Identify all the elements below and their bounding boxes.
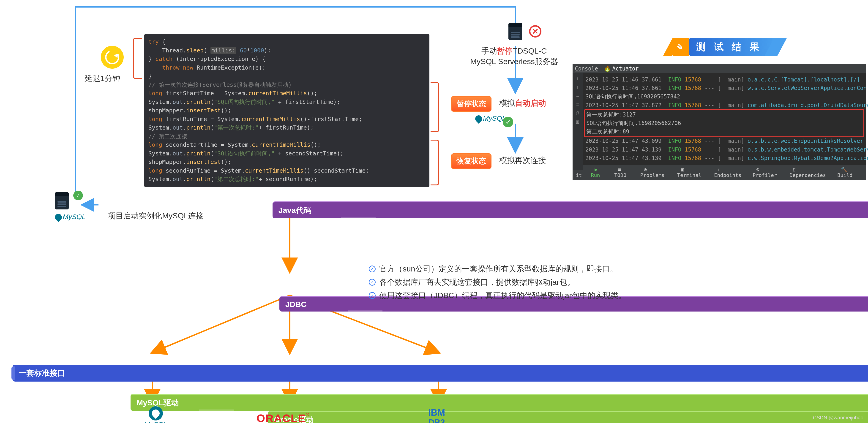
svg-line-4: [152, 295, 290, 353]
tool-problems[interactable]: ⊘ Problems: [640, 167, 671, 178]
manual-pause-text: 手动暂停TDSQL-C MySQL Serverless服务器: [465, 46, 563, 67]
tool-run[interactable]: ▶ Run: [591, 167, 608, 178]
soft-wrap-icon[interactable]: ≡: [576, 93, 579, 98]
console-gutter: ↑ ↓ ≡ ≣ ⎙ 🗑: [572, 73, 583, 170]
ide-console: Console Actuator ↑ ↓ ≡ ≣ ⎙ 🗑 2023-10-25 …: [572, 64, 866, 180]
delay-label: 延迟1分钟: [85, 73, 120, 84]
java-code-node: Java代码: [273, 201, 868, 218]
standard-interface-tag: 一套标准接口: [12, 365, 868, 382]
tool-build[interactable]: 🔨 Build: [837, 167, 863, 178]
check-icon: ✓: [73, 191, 83, 200]
console-output: 2023-10-25 11:46:37.661 INFO 15768 --- […: [583, 73, 866, 165]
brace-left: [133, 38, 142, 79]
check-icon: ✓: [503, 117, 513, 127]
brace-pause: [431, 82, 439, 132]
tool-terminal[interactable]: ▣ Terminal: [677, 167, 708, 178]
check-icon: ✓: [369, 279, 376, 286]
list-item: ✓使用这套接口（JDBC）编程，真正执行的代码是驱动jar包中的实现类。: [369, 290, 626, 301]
sim-reconnect: 模拟再次连接: [499, 155, 546, 166]
oracle-vendor-logo: ORACLE®: [256, 412, 309, 423]
oracle-driver-node: Oracle驱动: [268, 411, 868, 423]
resume-state-pill: 恢复状态: [451, 153, 492, 169]
timer-icon: [101, 46, 124, 69]
console-tabs: Console Actuator: [572, 64, 866, 73]
close-icon: ✕: [529, 25, 541, 37]
test-result-banner: ✎测 试 结 果: [689, 38, 776, 56]
mysql-driver-node: MySQL驱动: [130, 394, 868, 411]
tab-console[interactable]: Console: [575, 65, 598, 72]
scroll-icon[interactable]: ≣: [576, 102, 579, 107]
check-icon: ✓: [369, 265, 376, 272]
brace-resume: [431, 140, 439, 186]
print-icon[interactable]: ⎙: [576, 110, 579, 116]
console-bottom-toolbar: it ▶ Run ≡ TODO ⊘ Problems ▣ Terminal ⟟ …: [572, 165, 866, 180]
mysql-vendor-logo: MySQL: [144, 406, 167, 423]
instantiate-label: 项目启动实例化MySQL连接: [107, 210, 204, 221]
check-icon: ✓: [369, 292, 376, 299]
pause-state-pill: 暂停状态: [451, 96, 492, 112]
mysql-logo: MySQL: [55, 213, 86, 221]
down-icon[interactable]: ↓: [576, 84, 579, 90]
sim-auto-start: 模拟自动启动: [499, 98, 546, 108]
server-icon: [508, 23, 522, 40]
mysql-small-logo: MySQL: [475, 115, 506, 122]
list-item: ✓官方（sun公司）定义的一套操作所有关系型数据库的规则，即接口。: [369, 264, 626, 274]
tool-dependencies[interactable]: ⬚ Dependencies: [789, 167, 831, 178]
tool-todo[interactable]: ≡ TODO: [614, 167, 634, 178]
up-icon[interactable]: ↑: [576, 75, 579, 81]
ibm-db2-vendor-logo: IBM DB2: [428, 408, 445, 423]
jdbc-description-list: ✓官方（sun公司）定义的一套操作所有关系型数据库的规则，即接口。 ✓各个数据库…: [369, 261, 626, 303]
java-code-block: try { Thread.sleep( millis: 60*1000); } …: [144, 34, 429, 187]
tool-endpoints[interactable]: ⟟ Endpoints: [714, 167, 746, 178]
tool-profiler[interactable]: ⊙ Profiler: [752, 167, 783, 178]
local-server-icon: [55, 192, 69, 209]
list-item: ✓各个数据库厂商去实现这套接口，提供数据库驱动jar包。: [369, 277, 626, 288]
trash-icon[interactable]: 🗑: [575, 119, 580, 125]
tab-actuator[interactable]: Actuator: [604, 65, 639, 72]
watermark: CSDN @wanmeijuhao: [813, 415, 863, 421]
